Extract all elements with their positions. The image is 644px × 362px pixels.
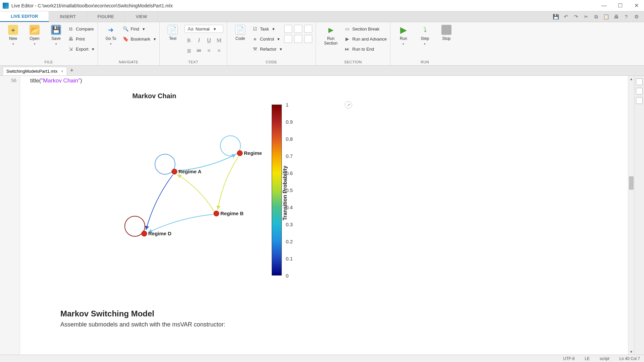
minimize-button[interactable]: — (599, 1, 609, 11)
control-button[interactable]: ⎈Control▾ (252, 35, 282, 43)
new-button[interactable]: ＋ New ▾ (3, 23, 23, 47)
group-code: 📄 Code ☑Task▾ ⎈Control▾ ⚒Refactor▾ CODE (227, 22, 316, 65)
mono-button[interactable]: M (215, 36, 223, 45)
run-section-button[interactable]: ▶ Run Section (319, 23, 342, 47)
text-button[interactable]: 📄 Text (163, 23, 182, 42)
style-selector[interactable]: AaNormal▾ (184, 25, 223, 33)
svg-text:Regime D: Regime D (148, 231, 171, 236)
output-inline-icon[interactable] (636, 78, 643, 85)
compare-icon: ⧉ (68, 26, 74, 32)
doc-tab-label: SwitchingModelsPart1.mlx (6, 69, 57, 74)
cut-icon[interactable]: ✂ (582, 12, 590, 21)
group-text: 📄 Text AaNormal▾ B I U M ≣ ⩸ ≡ ≡ TEXT (160, 22, 227, 65)
output-hide-icon[interactable] (636, 97, 643, 104)
undo-icon[interactable]: ↶ (561, 12, 570, 21)
app-icon (3, 3, 9, 9)
print-button[interactable]: 🖶Print (68, 35, 94, 43)
copy-icon[interactable]: ⧉ (592, 12, 600, 21)
comment-button[interactable] (284, 25, 292, 33)
new-label: New (9, 36, 17, 41)
paste-icon[interactable]: 📋 (602, 12, 610, 21)
right-panel-strip (634, 76, 644, 355)
workspace: 56 title("Markov Chain") Markov Chain ↗ … (0, 76, 644, 355)
break-icon: ▭ (344, 26, 350, 32)
task-button[interactable]: ☑Task▾ (252, 25, 282, 33)
svg-point-3 (172, 169, 177, 174)
step-button[interactable]: ⤵ Step ▾ (415, 23, 435, 47)
editor-content[interactable]: title("Markov Chain") Markov Chain ↗ Reg… (20, 76, 634, 355)
help-icon[interactable]: ? (622, 12, 631, 21)
titlebar: Live Editor - C:\work21b\matlab\toolbox\… (0, 0, 644, 11)
group-label-run: RUN (394, 59, 456, 64)
ribbon: ＋ New ▾ 📂 Open ▾ 💾 Save ▾ ⧉Compare 🖶Prin… (0, 22, 644, 66)
svg-point-7 (237, 150, 243, 156)
italic-button[interactable]: I (195, 36, 203, 45)
output-pane: Markov Chain ↗ Regime ARegime BRegime CR… (20, 85, 634, 335)
close-window-button[interactable]: ✕ (631, 1, 641, 11)
find-button[interactable]: 🔍Find▾ (123, 25, 156, 33)
tab-insert[interactable]: INSERT (49, 11, 87, 22)
popout-icon[interactable]: ↗ (345, 101, 352, 109)
chevron-down-icon: ▾ (34, 42, 36, 46)
gear-icon[interactable]: ⚙ (632, 12, 641, 21)
smart-indent-button[interactable] (304, 35, 312, 43)
scroll-down-icon[interactable]: ▼ (628, 349, 634, 355)
print-icon[interactable]: 🖶 (612, 12, 621, 21)
scroll-up-icon[interactable]: ▲ (628, 76, 634, 82)
line-gutter: 56 (0, 76, 20, 355)
save-button[interactable]: 💾 Save ▾ (46, 23, 66, 47)
tab-figure[interactable]: FIGURE (87, 11, 125, 22)
export-button[interactable]: ⇲Export▾ (68, 45, 94, 53)
export-icon: ⇲ (68, 46, 74, 52)
close-icon[interactable]: × (61, 69, 63, 74)
goto-button[interactable]: ➜ Go To ▾ (101, 23, 121, 47)
tab-live-editor[interactable]: LIVE EDITOR (0, 11, 49, 22)
add-tab-button[interactable]: + (67, 66, 76, 75)
run-advance-button[interactable]: ▶Run and Advance (344, 35, 387, 43)
colorbar-ticks: 10.90.80.70.60.50.40.30.20.10 (286, 102, 303, 278)
stop-button[interactable]: Stop (437, 23, 456, 42)
numbered-button[interactable]: ⩸ (195, 46, 203, 55)
advance-icon: ▶ (344, 36, 350, 42)
compare-button[interactable]: ⧉Compare (68, 25, 94, 33)
maximize-button[interactable]: ☐ (615, 1, 625, 11)
wrap-button[interactable] (304, 25, 312, 33)
open-button[interactable]: 📂 Open ▾ (25, 23, 44, 47)
svg-text:Regime C: Regime C (244, 150, 262, 156)
run-button[interactable]: ▶ Run ▾ (394, 23, 413, 47)
section-heading: Markov Switching Model (60, 309, 624, 318)
run-to-end-button[interactable]: ⏭Run to End (344, 45, 387, 53)
outdent-button[interactable] (294, 35, 302, 43)
save-icon[interactable]: 💾 (551, 12, 560, 21)
group-navigate: ➜ Go To ▾ 🔍Find▾ 🔖Bookmark▾ NAVIGATE (98, 22, 160, 65)
document-tabs: SwitchingModelsPart1.mlx × + (0, 66, 644, 76)
code-line[interactable]: title("Markov Chain") (20, 76, 634, 85)
tab-view[interactable]: VIEW (125, 11, 158, 22)
scroll-thumb[interactable] (629, 176, 634, 190)
underline-button[interactable]: U (205, 36, 213, 45)
section-break-button[interactable]: ▭Section Break (344, 25, 387, 33)
indent-button[interactable] (284, 35, 292, 43)
align-center-button[interactable]: ≡ (215, 46, 223, 55)
redo-icon[interactable]: ↷ (572, 12, 580, 21)
vertical-scrollbar[interactable]: ▲ ▼ (628, 76, 634, 355)
code-button[interactable]: 📄 Code (230, 23, 250, 42)
colorbar (272, 105, 282, 276)
output-right-icon[interactable] (636, 88, 643, 95)
doc-tab-active[interactable]: SwitchingModelsPart1.mlx × (3, 67, 67, 75)
search-icon: 🔍 (123, 26, 129, 32)
bullets-button[interactable]: ≣ (184, 46, 193, 55)
bookmark-icon: 🔖 (123, 36, 129, 42)
uncomment-button[interactable] (294, 25, 302, 33)
print-icon: 🖶 (68, 36, 74, 42)
refactor-button[interactable]: ⚒Refactor▾ (252, 45, 282, 53)
figure-title: Markov Chain (60, 92, 248, 100)
bold-button[interactable]: B (184, 36, 193, 45)
status-eol: LE (585, 356, 590, 361)
align-left-button[interactable]: ≡ (205, 46, 213, 55)
toolstrip-tabs: LIVE EDITOR INSERT FIGURE VIEW 💾 ↶ ↷ ✂ ⧉… (0, 11, 644, 22)
end-icon: ⏭ (344, 46, 350, 52)
bookmark-button[interactable]: 🔖Bookmark▾ (123, 35, 156, 43)
group-label-text: TEXT (163, 59, 223, 64)
group-label-navigate: NAVIGATE (101, 59, 156, 64)
